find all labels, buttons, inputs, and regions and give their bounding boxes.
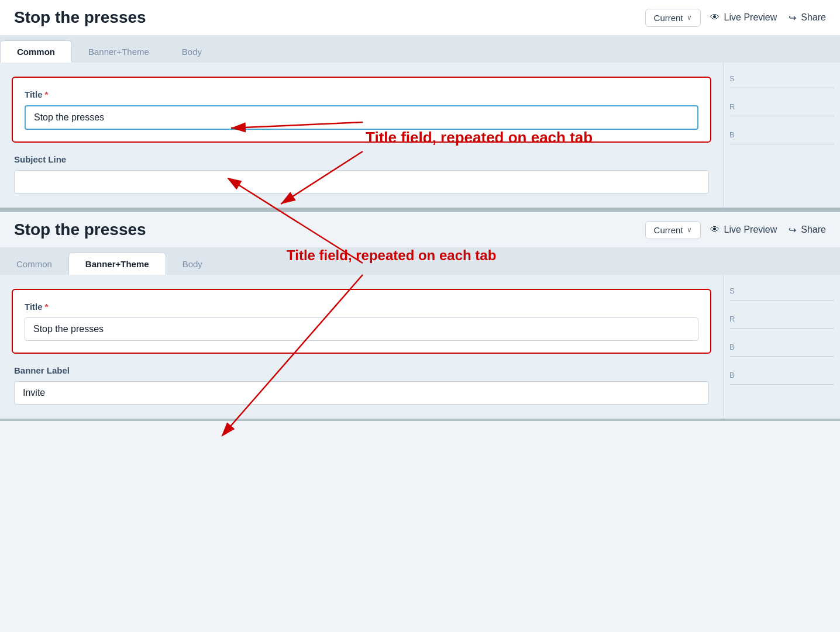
sidebar-label-b1: B	[729, 130, 834, 144]
panel-2: Stop the presses Current ∨ Live Preview …	[0, 210, 840, 421]
subject-line-input[interactable]	[14, 170, 709, 194]
version-dropdown-2[interactable]: Current ∨	[645, 221, 701, 239]
title-field-card-1: Title *	[12, 77, 711, 143]
tabs-bar-1: Common Banner+Theme Body	[0, 36, 840, 63]
subject-line-section: Subject Line	[12, 154, 711, 194]
banner-label-section: Banner Label	[12, 365, 711, 405]
title-input-2[interactable]	[25, 317, 698, 341]
sidebar-label-s2: S	[729, 286, 834, 301]
sidebar-label-r: R	[729, 102, 834, 116]
panel-1-form: Title * Subject Line	[0, 63, 723, 208]
tabs-bar-2: Common Banner+Theme Body	[0, 248, 840, 275]
banner-label-input[interactable]	[14, 381, 709, 405]
title-field-label-1: Title *	[25, 89, 698, 99]
panel-1-content: Title * Subject Line S R B	[0, 63, 840, 208]
tab-common-1[interactable]: Common	[0, 40, 72, 63]
title-field-label-2: Title *	[25, 302, 698, 312]
tab-body-2[interactable]: Body	[166, 253, 219, 275]
live-preview-button-2[interactable]: Live Preview	[710, 225, 777, 235]
panel-2-content: Title * Banner Label S R B B	[0, 275, 840, 419]
required-star-2: *	[45, 302, 49, 312]
eye-icon-2	[710, 225, 719, 235]
version-dropdown-1[interactable]: Current ∨	[645, 9, 701, 27]
panel-1-header: Stop the presses Current ∨ Live Preview …	[0, 0, 840, 36]
title-field-card-2: Title *	[12, 289, 711, 354]
panel-1-title: Stop the presses	[14, 8, 636, 27]
sidebar-label-r2: R	[729, 315, 834, 329]
panel-2-header: Stop the presses Current ∨ Live Preview …	[0, 212, 840, 248]
header-actions-2: Live Preview Share	[710, 225, 826, 236]
share-icon-1	[789, 12, 796, 23]
right-sidebar-2: S R B B	[723, 275, 840, 419]
tab-banner-theme-1[interactable]: Banner+Theme	[72, 41, 166, 63]
banner-label-label: Banner Label	[14, 365, 709, 375]
header-actions-1: Live Preview Share	[710, 12, 826, 23]
right-sidebar-1: S R B	[723, 63, 840, 208]
sidebar-label-b3: B	[729, 371, 834, 385]
subject-line-label: Subject Line	[14, 154, 709, 164]
chevron-down-icon-1: ∨	[687, 13, 692, 22]
title-input-1[interactable]	[25, 105, 698, 130]
tab-body-1[interactable]: Body	[166, 41, 218, 63]
panel-2-title: Stop the presses	[14, 220, 636, 239]
sidebar-label-s: S	[729, 74, 834, 88]
tab-common-2[interactable]: Common	[0, 253, 68, 275]
share-button-1[interactable]: Share	[789, 12, 826, 23]
tab-banner-theme-2[interactable]: Banner+Theme	[68, 253, 166, 275]
share-icon-2	[789, 225, 796, 236]
chevron-down-icon-2: ∨	[687, 226, 692, 234]
panel-2-form: Title * Banner Label	[0, 275, 723, 419]
sidebar-label-b2: B	[729, 343, 834, 357]
live-preview-button-1[interactable]: Live Preview	[710, 12, 777, 23]
eye-icon-1	[710, 12, 719, 23]
required-star-1: *	[45, 89, 49, 99]
panel-1: Stop the presses Current ∨ Live Preview …	[0, 0, 840, 210]
share-button-2[interactable]: Share	[789, 225, 826, 236]
